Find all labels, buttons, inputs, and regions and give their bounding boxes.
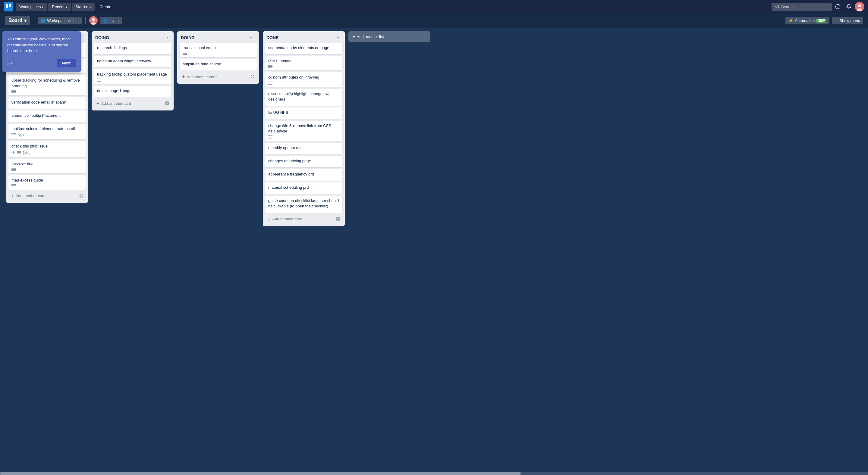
world-icon: 🌐 [41, 19, 45, 23]
menu-icon [17, 151, 21, 154]
top-navigation: Workspaces Recent Starred Create [0, 0, 868, 13]
create-label: Create [99, 4, 111, 9]
create-button[interactable]: Create [96, 3, 115, 11]
card-title-f1: segmentation by elements on page [268, 45, 339, 50]
card-f11[interactable]: guide count on checklist launcher should… [265, 196, 342, 212]
svg-rect-1 [9, 4, 11, 7]
create-card-icon [251, 75, 254, 79]
horizontal-scrollbar[interactable] [0, 472, 868, 475]
add-card-button-doing2[interactable]: +Add another card [180, 72, 257, 81]
add-list-button[interactable]: + Add another list [348, 31, 430, 42]
board-user-avatar[interactable] [89, 16, 98, 25]
card-title-f6: change title & remove link from CSS help… [268, 123, 339, 134]
card-f9[interactable]: appearance frequency prd✏ [265, 169, 342, 181]
menu-icon [11, 90, 16, 93]
list-doing2: DOING···transactional emails✏amplitude d… [177, 31, 259, 84]
list-menu-button-done[interactable]: ··· [334, 34, 341, 41]
add-card-label: Add another card [16, 194, 45, 198]
card-title-e1: transactional emails [183, 45, 254, 50]
card-c5[interactable]: announce Tooltip Placement✏ [8, 110, 86, 122]
search-input[interactable] [781, 4, 824, 9]
card-title-f8: changes on pricing page [268, 158, 339, 164]
card-e1[interactable]: transactional emails✏ [180, 43, 257, 57]
card-icons-f2 [268, 65, 339, 68]
tooltip-next-button[interactable]: Next [57, 59, 76, 67]
board-content: You can find your Workspaces, most recen… [0, 28, 868, 475]
plus-icon: + [268, 216, 270, 222]
card-title-f5: fix UG NPS [268, 110, 339, 115]
list-header-done: DONE··· [263, 31, 345, 43]
list-menu-button-doing2[interactable]: ··· [248, 34, 255, 41]
card-f8[interactable]: changes on pricing page✏ [265, 156, 342, 167]
comment-icon: 💬1 [23, 150, 30, 155]
card-title-c3: upsell tracking for scheduling & remove … [11, 78, 83, 89]
card-f2[interactable]: PTKB update✏ [265, 56, 342, 70]
list-header-doing2: DOING··· [177, 31, 259, 43]
add-card-button-backlog[interactable]: +Add another card [8, 192, 86, 201]
card-f4[interactable]: discuss tooltip highlight changes w/ des… [265, 89, 342, 106]
card-f1[interactable]: segmentation by elements on page✏ [265, 43, 342, 54]
list-menu-button-doing[interactable]: ··· [162, 34, 170, 41]
search-bar[interactable] [772, 3, 832, 11]
card-d2[interactable]: notes on adam wright interview✏ [94, 56, 171, 67]
workspaces-chevron [42, 4, 43, 9]
card-c4[interactable]: verification code email in spam?✏ [8, 97, 86, 109]
board-title-text: Board [8, 18, 22, 23]
card-c8[interactable]: possible bug✏ [8, 159, 86, 173]
card-f7[interactable]: monthly update mail✏ [265, 143, 342, 154]
scrollbar-thumb [0, 472, 521, 475]
logo-area [4, 2, 13, 11]
list-title-doing: DOING [95, 35, 109, 40]
card-title-f2: PTKB update [268, 58, 339, 64]
list-cards-done: segmentation by elements on page✏PTKB up… [263, 43, 345, 213]
card-title-c5: announce Tooltip Placement [11, 113, 83, 118]
list-done: DONE···segmentation by elements on page✏… [263, 31, 345, 226]
card-title-c9: mau excess guide [11, 178, 83, 183]
user-avatar[interactable] [855, 2, 864, 11]
card-e2[interactable]: amplitude data course✏ [180, 59, 257, 70]
search-icon [775, 4, 779, 9]
card-d1[interactable]: research findings✏ [94, 43, 171, 54]
starred-button[interactable]: Starred [72, 3, 95, 11]
menu-icon [11, 168, 16, 171]
info-button[interactable] [833, 2, 843, 11]
info-icon [835, 4, 841, 9]
card-c6[interactable]: tooltips: selected element auto-scroll📎1… [8, 124, 86, 139]
card-d4[interactable]: details page 1-pager✏ [94, 86, 171, 97]
invite-button[interactable]: 👤 Invite [100, 17, 122, 24]
create-card-icon [165, 101, 169, 106]
recent-button[interactable]: Recent [48, 3, 70, 11]
card-c9[interactable]: mau excess guide✏ [8, 175, 86, 190]
automation-button[interactable]: ⚡ Automation NEW [785, 17, 829, 24]
board-title-button[interactable]: Board ▾ [5, 16, 30, 25]
card-f10[interactable]: material scheduling prd✏ [265, 182, 342, 194]
workspaces-label: Workspaces [19, 4, 41, 9]
add-card-label: Add another card [187, 75, 217, 79]
list-header-doing: DOING··· [92, 31, 174, 43]
user-add-icon: 👤 [103, 19, 108, 23]
tooltip-step: 2/4 [7, 61, 13, 65]
workspace-visible-button[interactable]: 🌐 Workspace visible [38, 17, 82, 24]
board-title-chevron: ▾ [24, 18, 27, 24]
card-icons-c8 [11, 168, 83, 171]
recent-label: Recent [52, 4, 64, 9]
add-card-button-doing[interactable]: +Add another card [94, 99, 171, 108]
card-c7[interactable]: check this ptkb issue👁💬1✏ [8, 141, 86, 157]
card-c3[interactable]: upsell tracking for scheduling & remove … [8, 75, 86, 95]
lightning-icon: ⚡ [788, 19, 793, 23]
card-icons-f6 [268, 135, 339, 138]
menu-icon [268, 135, 273, 138]
workspaces-button[interactable]: Workspaces [16, 3, 47, 11]
trello-logo [4, 2, 13, 11]
notifications-button[interactable] [844, 2, 854, 11]
card-f6[interactable]: change title & remove link from CSS help… [265, 121, 342, 141]
add-card-button-done[interactable]: +Add another card [265, 215, 342, 224]
card-f5[interactable]: fix UG NPS✏ [265, 107, 342, 119]
card-f3[interactable]: custom attributes on info@ug✏ [265, 72, 342, 87]
tooltip-text: You can find your Workspaces, most recen… [7, 36, 76, 54]
card-d3[interactable]: tracking tooltip custom placement usage✏ [94, 69, 171, 84]
show-menu-button[interactable]: ··· Show menu [832, 17, 864, 24]
bell-icon [846, 4, 851, 9]
card-title-d4: details page 1-pager [97, 88, 168, 94]
recent-chevron [66, 4, 67, 9]
